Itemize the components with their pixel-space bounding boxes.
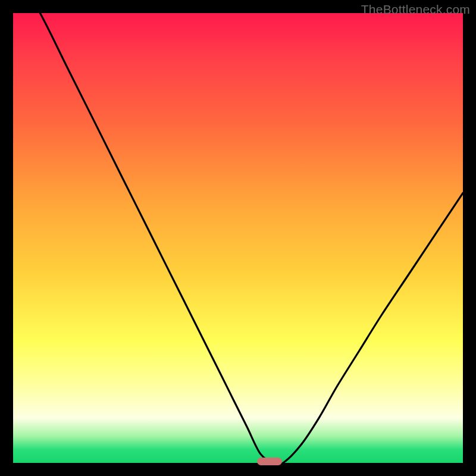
bottleneck-curve <box>13 13 463 463</box>
plot-area <box>13 13 463 463</box>
chart-frame: TheBottleneck.com <box>0 0 476 476</box>
watermark-text: TheBottleneck.com <box>361 2 470 17</box>
optimum-marker <box>257 458 282 465</box>
